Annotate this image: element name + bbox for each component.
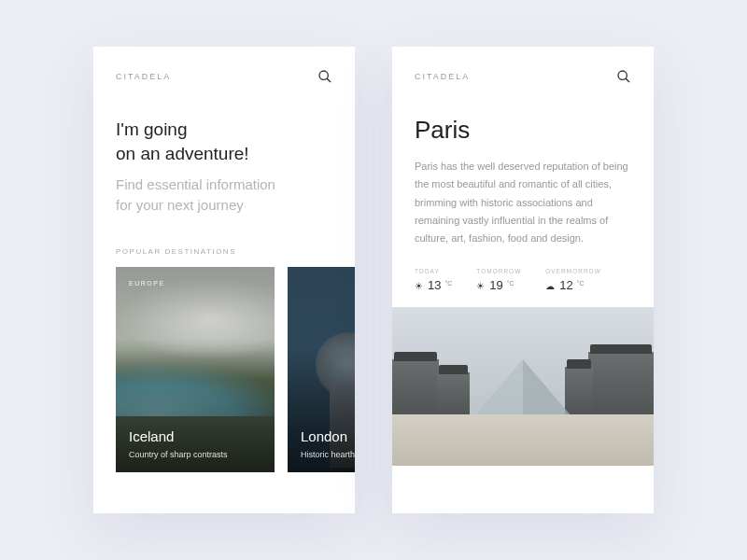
weather-today: TODAY ☀ 13 °C [415,268,452,292]
brand-logo: CITADELA [415,72,470,81]
card-region: EUROPE [129,280,165,287]
hero: I'm going on an adventure! Find essentia… [93,99,355,216]
header: CITADELA [392,47,654,99]
city-hero-image [392,307,654,466]
weather-label: TOMORROW [476,268,521,274]
hero-subtitle: Find essential information for your next… [116,175,332,216]
card-subtitle: Country of sharp contrasts [129,450,228,459]
weather-unit: °C [577,280,585,287]
weather-row: TODAY ☀ 13 °C TOMORROW ☀ 19 °C OVERMORRO… [392,247,654,307]
svg-line-1 [327,78,331,82]
card-title: London [301,428,347,444]
weather-temp: 13 [428,278,441,292]
brand-logo: CITADELA [116,72,171,81]
svg-line-3 [626,78,629,82]
detail-screen: CITADELA Paris Paris has the well deserv… [392,47,654,513]
weather-value: ☀ 13 °C [415,278,452,292]
sun-icon: ☀ [476,281,485,291]
cloud-icon: ☁ [545,281,555,291]
weather-value: ☀ 19 °C [476,278,521,292]
destination-cards[interactable]: EUROPE Iceland Country of sharp contrast… [93,267,355,472]
card-title: Iceland [129,428,174,444]
home-screen: CITADELA I'm going on an adventure! Find… [93,47,355,513]
header: CITADELA [93,47,355,99]
weather-label: OVERMORROW [545,268,600,274]
card-subtitle: Historic hearth of [301,450,355,459]
destination-card-london[interactable]: UNITED KINGDOM London Historic hearth of [288,267,355,472]
destination-card-iceland[interactable]: EUROPE Iceland Country of sharp contrast… [116,267,275,472]
svg-point-0 [319,71,328,79]
weather-label: TODAY [415,268,452,274]
weather-value: ☁ 12 °C [545,278,600,292]
weather-tomorrow: TOMORROW ☀ 19 °C [476,268,521,292]
search-icon[interactable] [317,69,332,84]
section-label: POPULAR DESTINATIONS [93,216,355,267]
weather-temp: 12 [559,278,572,292]
weather-unit: °C [507,280,514,287]
sun-icon: ☀ [415,281,423,291]
weather-overmorrow: OVERMORROW ☁ 12 °C [545,268,600,292]
weather-unit: °C [444,280,452,287]
svg-point-2 [618,71,627,79]
search-icon[interactable] [616,69,631,84]
hero-title: I'm going on an adventure! [116,118,332,165]
city-title: Paris [392,99,654,158]
weather-temp: 19 [489,278,502,292]
city-description: Paris has the well deserved reputation o… [392,158,654,247]
